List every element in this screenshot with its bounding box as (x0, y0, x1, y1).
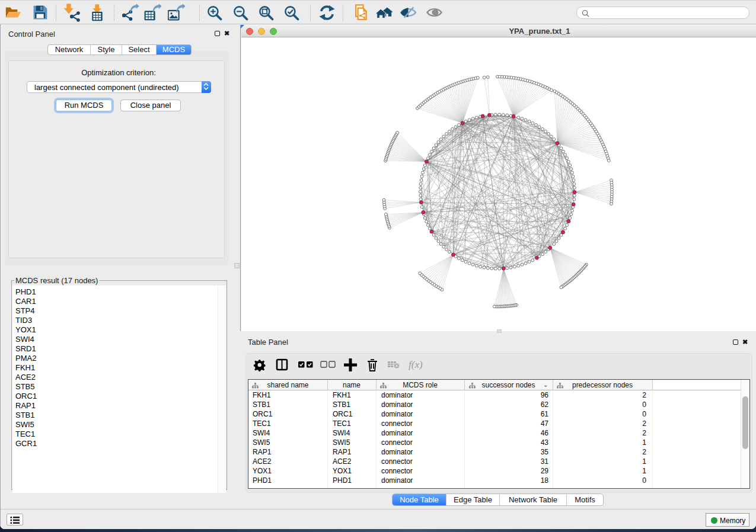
svg-text:f(x): f(x) (409, 359, 423, 370)
